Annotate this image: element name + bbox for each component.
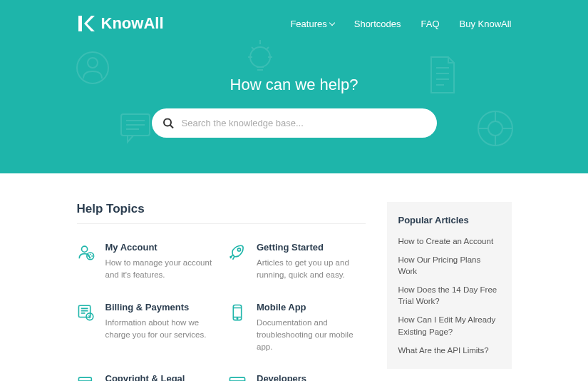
topic-title: Mobile App — [257, 302, 366, 313]
brand-logo[interactable]: KnowAll — [77, 14, 164, 33]
topic-title: My Account — [105, 242, 215, 253]
billing-icon: $ — [77, 303, 96, 322]
nav-links: Features Shortcodes FAQ Buy KnowAll — [290, 19, 511, 29]
nav-buy[interactable]: Buy KnowAll — [460, 19, 512, 29]
topic-mobile[interactable]: Mobile App Documentation and troubleshoo… — [228, 302, 366, 354]
svg-point-2 — [250, 47, 270, 67]
code-icon — [228, 375, 247, 381]
nav-shortcodes[interactable]: Shortcodes — [354, 19, 401, 29]
mobile-icon — [228, 303, 247, 322]
popular-link[interactable]: How Our Pricing Plans Work — [398, 254, 500, 277]
svg-point-5 — [488, 121, 502, 136]
search-wrap — [152, 108, 437, 138]
topic-title: Copyright & Legal — [105, 373, 215, 381]
topic-getting-started[interactable]: Getting Started Articles to get you up a… — [228, 242, 366, 282]
topic-billing[interactable]: $ Billing & Payments Information about h… — [77, 302, 215, 354]
svg-rect-15 — [78, 377, 91, 381]
topic-desc: How to manage your account and it's feat… — [105, 257, 215, 282]
svg-point-14 — [237, 318, 237, 318]
deco-document-icon — [424, 54, 460, 96]
svg-text:$: $ — [88, 314, 91, 319]
svg-point-1 — [88, 58, 98, 68]
main-content: Help Topics My Account How to manage you… — [0, 173, 588, 381]
topic-title: Billing & Payments — [105, 302, 215, 313]
topic-desc: Documentation and troubleshooting our mo… — [257, 317, 366, 354]
account-icon — [77, 243, 96, 262]
svg-point-8 — [86, 253, 93, 260]
sidebar: Popular Articles How to Create an Accoun… — [387, 202, 512, 381]
divider — [77, 223, 366, 224]
logo-icon — [77, 14, 96, 33]
svg-point-7 — [81, 246, 87, 252]
legal-icon — [77, 375, 96, 381]
popular-links: How to Create an Account How Our Pricing… — [398, 235, 500, 356]
deco-lifebuoy-icon — [474, 107, 517, 150]
topic-desc: Information about how we charge you for … — [105, 317, 215, 342]
topics-heading: Help Topics — [77, 202, 366, 216]
popular-articles-box: Popular Articles How to Create an Accoun… — [387, 202, 512, 369]
popular-link[interactable]: How Does the 14 Day Free Trial Work? — [398, 284, 500, 307]
popular-link[interactable]: What Are the API Limits? — [398, 345, 500, 356]
svg-point-6 — [164, 118, 171, 126]
nav-faq[interactable]: FAQ — [421, 19, 440, 29]
topic-my-account[interactable]: My Account How to manage your account an… — [77, 242, 215, 282]
topic-legal[interactable]: Copyright & Legal Important information … — [77, 373, 215, 381]
chevron-down-icon — [329, 19, 334, 25]
svg-point-9 — [237, 248, 240, 251]
deco-user-icon — [75, 50, 110, 86]
topic-title: Developers — [257, 373, 366, 381]
popular-title: Popular Articles — [398, 215, 500, 225]
popular-link[interactable]: How Can I Edit My Already Existing Page? — [398, 314, 500, 337]
topic-title: Getting Started — [257, 242, 366, 253]
topics-grid: My Account How to manage your account an… — [77, 242, 366, 381]
search-icon — [163, 118, 174, 128]
search-input[interactable] — [152, 108, 437, 138]
top-nav: KnowAll Features Shortcodes FAQ Buy Know… — [77, 14, 512, 33]
popular-link[interactable]: How to Create an Account — [398, 235, 500, 247]
nav-features[interactable]: Features — [290, 19, 334, 29]
topics-column: Help Topics My Account How to manage you… — [77, 202, 366, 381]
brand-name: KnowAll — [101, 14, 164, 33]
svg-rect-17 — [229, 377, 244, 381]
rocket-icon — [228, 243, 247, 262]
deco-bulb-icon — [242, 36, 278, 78]
topic-developers[interactable]: Developers Developer documentation and i… — [228, 373, 366, 381]
topic-desc: Articles to get you up and running, quic… — [257, 257, 366, 282]
hero-section: KnowAll Features Shortcodes FAQ Buy Know… — [0, 0, 588, 173]
